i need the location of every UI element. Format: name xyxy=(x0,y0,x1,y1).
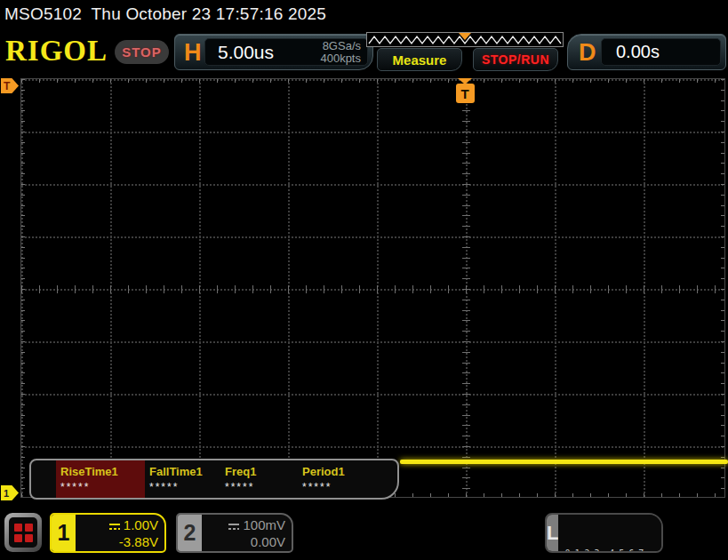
memory-depth: 400kpts xyxy=(320,52,361,65)
horizontal-icon: H xyxy=(184,35,202,71)
channel1-readout: 1.00V -3.88V xyxy=(76,515,164,551)
measurement-label: FallTime1 xyxy=(145,465,220,478)
channel1-ground-label: 1 xyxy=(4,488,9,499)
trigger-position-label: T xyxy=(456,84,475,103)
delay-value: 0.00s xyxy=(602,42,660,62)
graticule xyxy=(20,78,725,498)
measurement-value: ***** xyxy=(56,481,145,493)
measurement-value: ***** xyxy=(298,481,387,493)
trigger-level-label: T xyxy=(4,80,10,92)
channel1-offset: -3.88V xyxy=(76,533,158,550)
measurement-value: ***** xyxy=(220,481,298,493)
menu-button[interactable] xyxy=(4,513,42,552)
logic-channel-list: 0 1 2 3 4 5 6 7 8 9 10 11 12 13 14 15 xyxy=(558,515,663,551)
trigger-position-marker[interactable]: T xyxy=(455,78,475,103)
measurement-value: ***** xyxy=(145,481,220,493)
channel1-status-block[interactable]: 1 1.00V -3.88V xyxy=(50,513,166,553)
timebase-value: 5.00us xyxy=(205,42,320,63)
channel2-scale: 100mV xyxy=(243,517,285,532)
channel1-trace xyxy=(400,460,728,464)
oscilloscope-screen: MSO5102 Thu October 23 17:57:16 2025 RIG… xyxy=(0,0,728,560)
measurement-falltime[interactable]: FallTime1 ***** xyxy=(145,460,220,498)
delay-icon: D xyxy=(579,35,596,71)
measurement-label: Freq1 xyxy=(220,465,298,478)
channel1-scale: 1.00V xyxy=(124,517,158,532)
delay-panel[interactable]: D 0.00s xyxy=(567,34,726,70)
channel2-status-block[interactable]: 2 100mV 0.00V xyxy=(176,513,293,553)
preview-trigger-position-icon[interactable] xyxy=(459,33,471,40)
measurement-freq[interactable]: Freq1 ***** xyxy=(220,460,298,498)
channel1-ground-marker[interactable]: 1 xyxy=(1,485,19,500)
trigger-level-marker[interactable]: T xyxy=(1,78,19,93)
channel1-number: 1 xyxy=(52,515,76,551)
horizontal-timebase-panel[interactable]: H 5.00us 8GSa/s 400kpts xyxy=(174,34,373,70)
dc-coupling-icon xyxy=(228,523,240,531)
timebase-readout: 5.00us 8GSa/s 400kpts xyxy=(204,38,368,66)
sample-rate-readout: 8GSa/s 400kpts xyxy=(320,40,367,65)
logic-analyzer-block[interactable]: L 0 1 2 3 4 5 6 7 8 9 10 11 12 13 14 15 xyxy=(545,513,663,553)
logic-analyzer-label: L xyxy=(547,515,558,551)
grid-menu-icon xyxy=(9,517,37,548)
horizontal-center-axis xyxy=(21,285,724,293)
logic-channels-row1: 0 1 2 3 4 5 6 7 xyxy=(564,547,663,553)
measurement-risetime[interactable]: RiseTime1 ***** xyxy=(56,460,145,498)
channel2-readout: 100mV 0.00V xyxy=(202,515,292,551)
sample-rate: 8GSa/s xyxy=(320,40,361,52)
channel2-number: 2 xyxy=(178,515,202,551)
vertical-center-axis xyxy=(462,79,470,497)
channel2-offset: 0.00V xyxy=(202,533,285,550)
waveform-preview-strip[interactable] xyxy=(366,32,564,47)
delay-readout: 0.00s xyxy=(601,38,721,66)
top-edge-ticks xyxy=(21,79,724,83)
measurement-panel: RiseTime1 ***** FallTime1 ***** Freq1 **… xyxy=(29,459,399,500)
measurement-label: Period1 xyxy=(298,465,387,478)
dc-coupling-icon xyxy=(108,523,121,531)
rigol-logo: RIGOL xyxy=(5,35,108,68)
measurement-label: RiseTime1 xyxy=(56,465,145,478)
acquisition-status-badge: STOP xyxy=(115,40,169,64)
stop-run-button[interactable]: STOP/RUN xyxy=(473,48,558,71)
measurement-period[interactable]: Period1 ***** xyxy=(298,460,387,498)
model-datetime: MSO5102 Thu October 23 17:57:16 2025 xyxy=(4,4,326,24)
measure-button[interactable]: Measure xyxy=(377,48,462,71)
